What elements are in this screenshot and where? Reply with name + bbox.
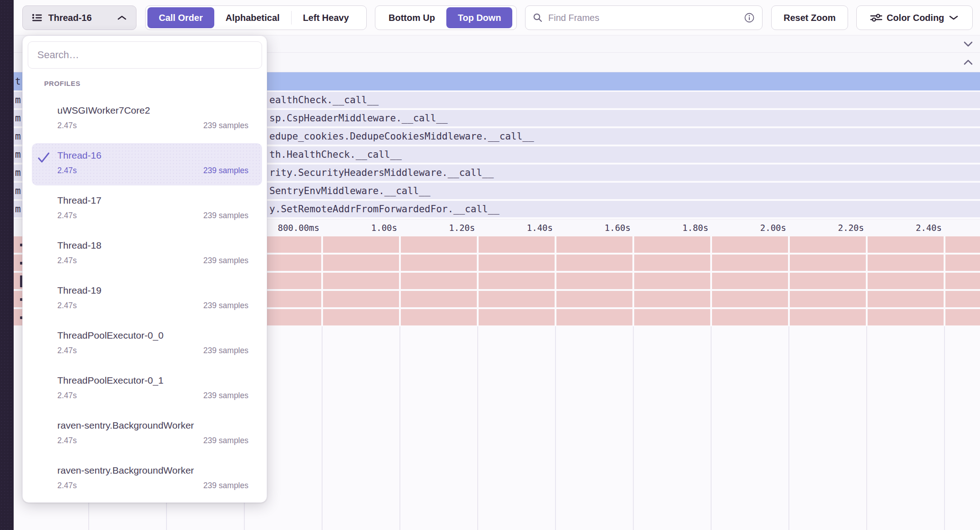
profile-sample-count: 239 samples [203, 211, 248, 220]
grid-line [555, 326, 556, 530]
sliders-icon [870, 13, 882, 22]
profile-name: raven-sentry.BackgroundWorker [57, 420, 194, 431]
reset-zoom-button[interactable]: Reset Zoom [771, 5, 848, 30]
stream-icon [32, 13, 43, 22]
profile-duration: 2.47s [57, 256, 77, 265]
profiling-flamechart-screen: Thread-16 Call Order Alphabetical Left H… [0, 0, 980, 530]
time-tick-label: 2.00s [713, 223, 786, 233]
profile-duration: 2.47s [57, 166, 77, 175]
find-frames-box [525, 5, 763, 30]
profile-sample-count: 239 samples [203, 256, 248, 265]
profile-duration: 2.47s [57, 211, 77, 220]
grid-line [477, 326, 478, 530]
profile-name: Thread-18 [57, 240, 101, 251]
color-coding-button[interactable]: Color Coding [856, 5, 973, 30]
profile-search-box [28, 41, 262, 69]
profile-list-item[interactable]: Thread-162.47s239 samples [23, 143, 267, 188]
chevron-up-icon [117, 15, 127, 20]
grid-line [555, 236, 556, 326]
profile-name: uWSGIWorker7Core2 [57, 105, 150, 116]
profile-list-item[interactable]: Thread-172.47s239 samples [23, 188, 267, 233]
profile-sample-count: 239 samples [203, 301, 248, 310]
chevron-up-icon[interactable] [963, 59, 974, 65]
profile-list-item[interactable]: uWSGIWorker7Core22.47s239 samples [23, 98, 267, 143]
profile-list-item[interactable]: ThreadPoolExecutor-0_12.47s239 samples [23, 368, 267, 413]
grid-line [710, 236, 712, 326]
profile-duration: 2.47s [57, 121, 77, 130]
sort-call-order[interactable]: Call Order [147, 7, 214, 28]
frame-label: SentryEnvMiddleware.__call__ [269, 185, 430, 196]
profile-sample-count: 239 samples [203, 166, 248, 175]
frame-text-fragment: m [15, 95, 21, 105]
chevron-down-icon[interactable] [963, 41, 974, 47]
frame-text-fragment: m [15, 149, 21, 160]
frame-label: th.HealthCheck.__call__ [269, 149, 402, 160]
frame-text-fragment: m [15, 131, 21, 142]
profile-duration: 2.47s [57, 391, 77, 400]
profile-sample-count: 239 samples [203, 391, 248, 400]
profile-list: uWSGIWorker7Core22.47s239 samplesThread-… [23, 98, 267, 503]
selected-item-highlight [32, 143, 262, 185]
grid-line [944, 236, 945, 326]
find-frames-input[interactable] [547, 12, 739, 24]
grid-line [322, 326, 323, 530]
sort-order-control: Call Order Alphabetical Left Heavy [145, 5, 367, 30]
grid-line [711, 326, 712, 530]
flamechart-toolbar: Thread-16 Call Order Alphabetical Left H… [14, 0, 980, 35]
profile-list-item[interactable]: raven-sentry.BackgroundWorker2.47s239 sa… [23, 413, 267, 458]
profile-search-input[interactable] [36, 49, 253, 61]
frame-text-fragment: m [15, 204, 21, 215]
grid-line [788, 326, 789, 530]
profile-name: raven-sentry.BackgroundWorker [57, 465, 194, 476]
profile-name: Thread-17 [57, 195, 101, 206]
search-icon [533, 13, 543, 23]
time-tick-label: 2.40s [869, 223, 942, 233]
profile-list-item[interactable]: raven-sentry.BackgroundWorker2.47s239 sa… [23, 458, 267, 503]
color-coding-label: Color Coding [887, 13, 945, 23]
profile-name: ThreadPoolExecutor-0_0 [57, 330, 163, 341]
grid-line [477, 236, 479, 326]
checkmark-icon [37, 152, 50, 164]
info-icon[interactable] [744, 12, 755, 23]
profile-sample-count: 239 samples [203, 436, 248, 445]
direction-top-down[interactable]: Top Down [446, 7, 512, 28]
direction-bottom-up[interactable]: Bottom Up [377, 7, 446, 28]
grid-line [633, 326, 634, 530]
profile-name: Thread-19 [57, 285, 101, 296]
grid-line [399, 236, 401, 326]
time-tick-label: 1.80s [636, 223, 708, 233]
grid-line [788, 236, 790, 326]
app-sidebar [0, 0, 14, 530]
profile-list-item[interactable]: Thread-182.47s239 samples [23, 233, 267, 278]
frame-text-fragment: m [15, 185, 21, 196]
profile-duration: 2.47s [57, 301, 77, 310]
frame-label: sp.CspHeaderMiddleware.__call__ [269, 113, 448, 124]
grid-line [399, 326, 400, 530]
time-tick-label: 1.40s [480, 223, 553, 233]
frame-text-fragment: m [15, 113, 21, 124]
profile-sample-count: 239 samples [203, 481, 248, 490]
thread-selector-button[interactable]: Thread-16 [22, 5, 136, 30]
frame-label: y.SetRemoteAddrFromForwardedFor.__call__ [269, 204, 500, 215]
profile-list-item[interactable]: Thread-192.47s239 samples [23, 278, 267, 323]
profile-sample-count: 239 samples [203, 346, 248, 355]
sort-alphabetical[interactable]: Alphabetical [214, 7, 291, 28]
frame-label: rity.SecurityHeadersMiddleware.__call__ [269, 167, 494, 178]
profile-selector-dropdown: PROFILES uWSGIWorker7Core22.47s239 sampl… [22, 35, 267, 503]
profile-sample-count: 239 samples [203, 121, 248, 130]
grid-line [321, 236, 323, 326]
sort-left-heavy[interactable]: Left Heavy [292, 7, 360, 28]
grid-line [866, 236, 868, 326]
grid-line [632, 236, 634, 326]
profile-list-item[interactable]: ThreadPoolExecutor-0_02.47s239 samples [23, 323, 267, 368]
profile-name: ThreadPoolExecutor-0_1 [57, 375, 163, 386]
profile-name: Thread-16 [57, 150, 101, 161]
profiles-section-label: PROFILES [44, 80, 81, 87]
chevron-down-icon [949, 15, 959, 20]
thread-selector-label: Thread-16 [48, 13, 111, 23]
frame-label: ealthCheck.__call__ [269, 95, 379, 105]
frame-text-fragment: m [15, 167, 21, 178]
frame-text-fragment: t [15, 76, 21, 87]
profile-duration: 2.47s [57, 481, 77, 490]
time-tick-label: 1.60s [558, 223, 631, 233]
